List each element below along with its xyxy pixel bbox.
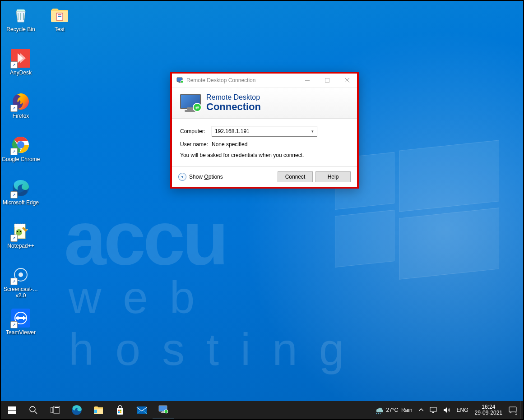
desktop-icon-label: Test (40, 26, 79, 32)
svg-point-22 (181, 80, 183, 83)
desktop-icon-label: TeamViewer (1, 329, 40, 336)
desktop-icon-label: Recycle Bin (1, 26, 40, 32)
taskbar: 27°C Rain ENG 16:24 29-09-2021 1 (1, 401, 523, 419)
windows-background-logo (335, 145, 502, 290)
notepadpp-icon: ↗ (11, 222, 30, 241)
banner-line2: Connection (206, 102, 261, 112)
computer-combobox[interactable]: ▾ (212, 126, 317, 137)
help-button[interactable]: Help (315, 171, 351, 182)
screencast-icon: ↗ (11, 265, 30, 284)
taskbar-edge[interactable] (66, 401, 88, 419)
action-center-button[interactable]: 1 (505, 401, 520, 419)
svg-rect-27 (12, 411, 16, 414)
svg-rect-29 (51, 407, 53, 413)
tray-overflow[interactable] (416, 401, 427, 419)
dialog-banner: ⇄ Remote Desktop Connection (172, 88, 357, 119)
edge-icon: ↗ (11, 179, 30, 198)
tray-clock[interactable]: 16:24 29-09-2021 (472, 401, 505, 419)
teamviewer-icon: ↗ (11, 309, 30, 328)
desktop[interactable]: accu web hosting Recycle Bin ↗ AnyDesk (1, 1, 523, 419)
recycle-bin-icon (11, 5, 30, 24)
desktop-icon-recycle-bin[interactable]: Recycle Bin (4, 5, 38, 41)
desktop-icons-column-1: Recycle Bin ↗ AnyDesk ↗ Firefox ↗ (4, 5, 42, 352)
desktop-icon-teamviewer[interactable]: ↗ TeamViewer (4, 309, 38, 344)
desktop-icon-label: Firefox (1, 113, 40, 119)
watermark-tagline: web hosting (69, 272, 523, 375)
desktop-icon-chrome[interactable]: ↗ Google Chrome (4, 135, 38, 171)
desktop-icon-label: AnyDesk (1, 69, 40, 76)
clock-date: 29-09-2021 (475, 410, 502, 416)
taskbar-microsoft-store[interactable] (109, 401, 131, 419)
computer-input[interactable] (212, 127, 308, 136)
search-button[interactable] (23, 401, 44, 419)
banner-line1: Remote Desktop (206, 93, 261, 102)
minimize-button[interactable] (297, 74, 317, 87)
svg-rect-34 (94, 410, 97, 413)
tray-monitor-icon[interactable] (427, 401, 440, 419)
rdc-banner-icon: ⇄ (179, 93, 201, 113)
svg-rect-25 (12, 406, 16, 410)
weather-temp: 27°C (386, 407, 398, 413)
shortcut-arrow-icon: ↗ (10, 235, 18, 242)
shortcut-arrow-icon: ↗ (10, 61, 18, 69)
computer-label: Computer: (180, 128, 212, 134)
desktop-icon-label: Microsoft Edge (1, 199, 40, 206)
svg-rect-31 (55, 407, 59, 408)
desktop-icon-edge[interactable]: ↗ Microsoft Edge (4, 179, 38, 214)
weather-desc: Rain (401, 407, 413, 413)
system-tray: 27°C Rain ENG 16:24 29-09-2021 1 (371, 401, 523, 419)
svg-point-28 (30, 406, 35, 412)
credentials-hint: You will be asked for credentials when y… (180, 152, 349, 158)
taskbar-rdc[interactable] (153, 401, 174, 419)
folder-icon (50, 5, 69, 24)
svg-rect-7 (14, 224, 25, 227)
start-button[interactable] (1, 401, 23, 419)
svg-rect-23 (325, 78, 329, 83)
svg-rect-37 (118, 411, 120, 413)
watermark-brand: accu (64, 195, 226, 282)
svg-rect-36 (120, 410, 121, 411)
close-button[interactable] (337, 74, 357, 87)
desktop-icon-label: Screencast-… v2.0 (1, 286, 40, 299)
svg-rect-17 (58, 14, 61, 15)
tray-language[interactable]: ENG (454, 401, 472, 419)
svg-rect-20 (179, 82, 181, 83)
desktop-icon-screencast[interactable]: ↗ Screencast-… v2.0 (4, 265, 38, 300)
desktop-icons-column-2: Test (42, 5, 77, 49)
svg-rect-41 (162, 411, 164, 412)
maximize-button[interactable] (317, 74, 337, 87)
username-value: None specified (212, 141, 247, 148)
chevron-down-circle-icon: ▼ (178, 173, 186, 181)
remote-desktop-dialog: Remote Desktop Connection ⇄ Remote Deskt… (170, 72, 359, 189)
connect-button[interactable]: Connect (278, 171, 313, 182)
firefox-icon: ↗ (11, 92, 30, 111)
svg-point-9 (17, 231, 18, 232)
shortcut-arrow-icon: ↗ (10, 191, 18, 198)
desktop-icon-test-folder[interactable]: Test (42, 5, 77, 41)
tray-volume-icon[interactable] (440, 401, 454, 419)
desktop-icon-label: Notepad++ (1, 243, 40, 249)
desktop-icon-anydesk[interactable]: ↗ AnyDesk (4, 49, 38, 84)
svg-rect-26 (8, 411, 12, 414)
show-options-toggle[interactable]: ▼ Show Options (178, 173, 223, 181)
svg-point-12 (19, 272, 23, 277)
chrome-icon: ↗ (11, 135, 30, 154)
shortcut-arrow-icon: ↗ (10, 321, 18, 328)
taskbar-mail[interactable] (131, 401, 153, 419)
desktop-icon-notepadpp[interactable]: ↗ Notepad++ (4, 222, 38, 257)
svg-rect-38 (120, 411, 121, 413)
chevron-down-icon[interactable]: ▾ (308, 127, 317, 136)
shortcut-arrow-icon: ↗ (10, 105, 18, 112)
dialog-titlebar[interactable]: Remote Desktop Connection (172, 74, 357, 88)
weather-widget[interactable]: 27°C Rain (371, 401, 415, 419)
desktop-icon-firefox[interactable]: ↗ Firefox (4, 92, 38, 127)
svg-rect-44 (430, 407, 436, 411)
taskbar-file-explorer[interactable] (88, 401, 109, 419)
show-options-label: Show Options (189, 174, 223, 180)
task-view-button[interactable] (44, 401, 66, 419)
show-desktop-button[interactable] (520, 401, 523, 419)
rdc-title-icon (176, 77, 184, 84)
notification-count: 1 (515, 411, 517, 415)
svg-point-10 (20, 231, 21, 232)
svg-rect-45 (432, 412, 434, 413)
